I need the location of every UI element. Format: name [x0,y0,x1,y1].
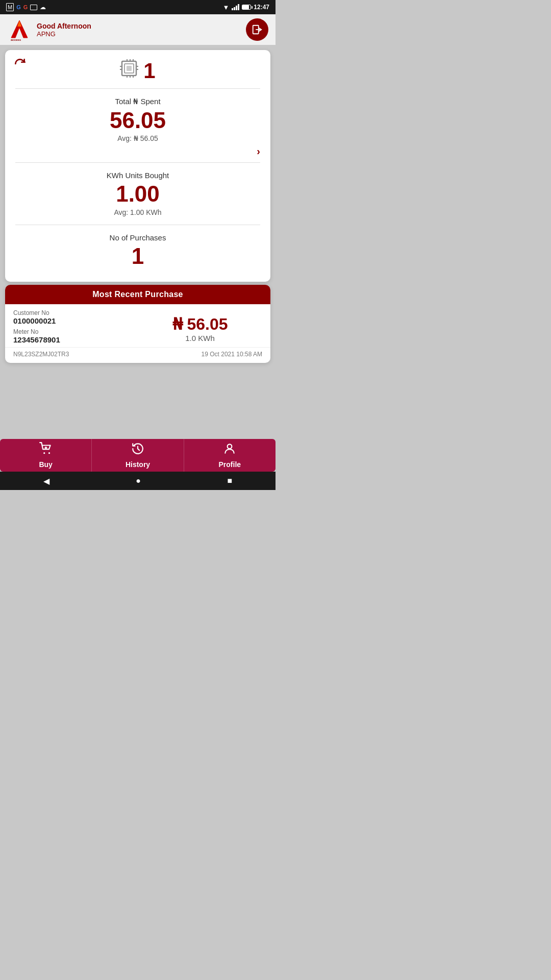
customer-no-label: Customer No [13,309,138,316]
history-label: History [126,460,150,469]
svg-point-20 [228,444,232,449]
transaction-id: N9L23SZ2MJ02TR3 [13,351,69,358]
cloud-icon: ☁ [40,4,46,11]
divider-3 [15,225,260,225]
header-left: access Good Afternoon APNG [7,17,91,42]
refresh-button[interactable] [13,57,27,74]
purchases-value: 1 [15,244,260,268]
refresh-icon [13,57,27,70]
buy-label: Buy [39,460,52,469]
profile-icon [223,442,236,458]
meter-number: 1 [143,60,155,82]
purchase-amount-value: ₦ 56.05 [172,314,228,334]
status-icons-left: M G G ☁ [6,3,46,11]
nav-arrow[interactable]: › [15,145,260,157]
purchase-content: Customer No 0100000021 Meter No 12345678… [5,304,270,347]
svg-point-19 [48,452,50,454]
total-spent-value: 56.05 [15,108,260,133]
purchase-kwh-value: 1.0 KWh [185,334,215,342]
total-spent-section: Total ₦ Spent 56.05 Avg: ₦ 56.05 [15,94,260,145]
purchase-header-text: Most Recent Purchase [92,290,183,299]
keyboard-icon [30,5,37,10]
logout-button[interactable] [246,18,268,41]
gmail-icon: M [6,3,14,11]
avg-kwh: Avg: 1.00 KWh [15,208,260,216]
svg-point-18 [43,452,45,454]
greeting-container: Good Afternoon APNG [37,22,91,38]
buy-button[interactable]: Buy [0,439,92,472]
logo: access [7,17,32,42]
svg-rect-17 [127,66,132,71]
divider-1 [15,88,260,89]
kwh-label: KWh Units Bought [15,171,260,180]
kwh-section: KWh Units Bought 1.00 Avg: 1.00 KWh [15,168,260,219]
app-header: access Good Afternoon APNG [0,14,276,45]
meter-no-label: Meter No [13,328,138,335]
google-icon: G [16,4,21,10]
recent-button[interactable]: ■ [217,473,243,488]
profile-button[interactable]: Profile [184,439,276,472]
history-icon [131,442,144,458]
kwh-value: 1.00 [15,182,260,206]
battery-icon [242,5,251,10]
status-icons-right: ▼ 12:47 [222,4,269,11]
greeting-text: Good Afternoon [37,22,91,30]
total-spent-label: Total ₦ Spent [15,97,260,106]
home-button[interactable]: ● [126,473,151,488]
divider-2 [15,162,260,163]
meter-no-value: 12345678901 [13,335,138,344]
purchase-amount-right: ₦ 56.05 1.0 KWh [138,314,262,342]
access-power-logo: access [8,18,31,41]
status-bar: M G G ☁ ▼ 12:47 [0,0,276,14]
svg-text:access: access [11,38,21,41]
username-text: APNG [37,30,91,38]
wifi-icon: ▼ [222,4,229,11]
purchase-footer: N9L23SZ2MJ02TR3 19 Oct 2021 10:58 AM [5,347,270,363]
meter-header: 1 [15,59,260,82]
buy-icon [39,442,53,458]
back-button[interactable]: ◀ [33,473,60,489]
time-display: 12:47 [254,4,269,11]
google2-icon: G [23,4,28,10]
purchase-details-left: Customer No 0100000021 Meter No 12345678… [13,309,138,347]
avg-spent: Avg: ₦ 56.05 [15,134,260,142]
profile-label: Profile [219,460,241,469]
android-nav-bar: ◀ ● ■ [0,472,276,490]
purchase-card-header: Most Recent Purchase [5,285,270,304]
signal-icon [232,4,239,10]
purchase-date: 19 Oct 2021 10:58 AM [202,351,262,358]
chevron-right-icon: › [257,145,260,157]
purchases-label: No of Purchases [15,233,260,242]
history-button[interactable]: History [92,439,184,472]
stats-card: 1 Total ₦ Spent 56.05 Avg: ₦ 56.05 › KWh… [5,50,270,282]
logout-icon [252,24,263,35]
meter-icon [120,59,140,82]
purchases-section: No of Purchases 1 [15,230,260,272]
customer-no-value: 0100000021 [13,316,138,325]
bottom-navigation: Buy History Profile [0,439,276,472]
recent-purchase-card: Most Recent Purchase Customer No 0100000… [5,285,270,363]
